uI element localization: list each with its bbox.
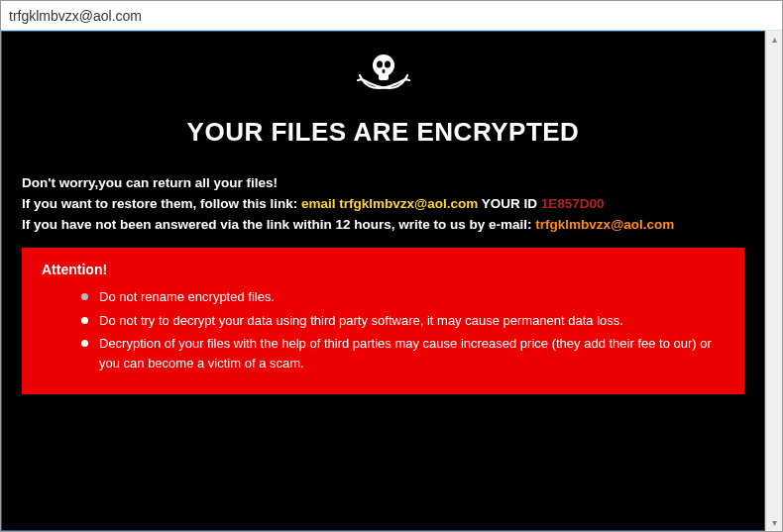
window-title: trfgklmbvzx@aol.com (9, 8, 142, 24)
scroll-down-icon[interactable]: ▾ (766, 514, 782, 531)
victim-id: 1E857D00 (541, 196, 605, 211)
restore-instruction: If you want to restore them, follow this… (22, 196, 744, 211)
attention-list: Do not rename encrypted files. Do not tr… (42, 287, 725, 372)
svg-rect-1 (379, 73, 389, 80)
svg-point-3 (385, 61, 391, 68)
ransom-window: trfgklmbvzx@aol.com (0, 0, 783, 532)
list-item: Do not try to decrypt your data using th… (81, 311, 725, 331)
window-titlebar[interactable]: trfgklmbvzx@aol.com (1, 1, 782, 31)
id-label: YOUR ID (478, 196, 541, 211)
scroll-up-icon[interactable]: ▴ (766, 31, 782, 48)
restore-prefix: If you want to restore them, follow this… (22, 196, 301, 211)
svg-point-4 (382, 69, 385, 73)
fallback-instruction: If you have not been answered via the li… (22, 217, 744, 232)
intro-text: Don't worry,you can return all your file… (22, 175, 744, 190)
list-item: Decryption of your files with the help o… (81, 334, 725, 372)
fallback-prefix: If you have not been answered via the li… (22, 217, 535, 232)
main-heading: YOUR FILES ARE ENCRYPTED (22, 117, 744, 148)
contact-email: trfgklmbvzx@aol.com (339, 196, 478, 211)
fallback-email: trfgklmbvzx@aol.com (535, 217, 674, 232)
list-item: Do not rename encrypted files. (81, 287, 725, 307)
email-label: email (301, 196, 339, 211)
pirate-skull-icon (22, 50, 744, 109)
attention-box: Attention! Do not rename encrypted files… (22, 248, 744, 394)
body-area: YOUR FILES ARE ENCRYPTED Don't worry,you… (1, 31, 782, 531)
ransom-content: YOUR FILES ARE ENCRYPTED Don't worry,you… (1, 31, 765, 531)
attention-title: Attention! (42, 262, 725, 277)
svg-point-2 (377, 61, 383, 68)
vertical-scrollbar[interactable]: ▴ ▾ (765, 31, 782, 531)
